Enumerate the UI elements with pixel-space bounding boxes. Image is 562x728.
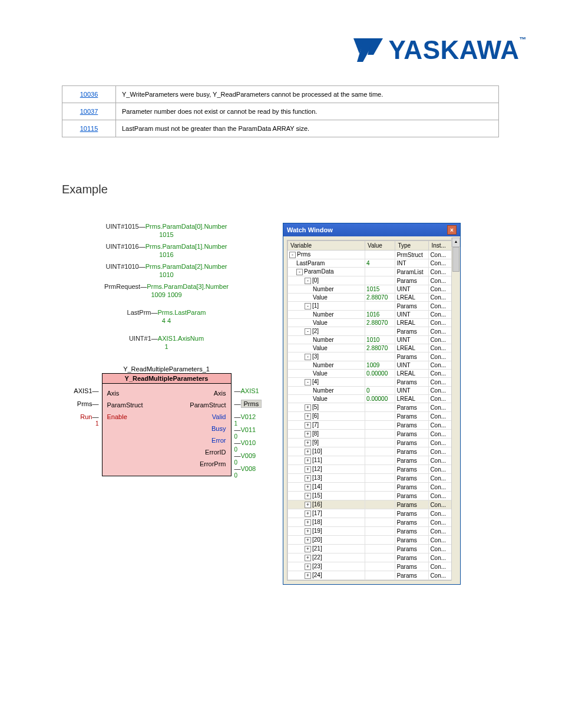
watch-row[interactable]: -[2]ParamsCon...: [288, 327, 456, 336]
fb-row: EnableValid: [103, 411, 231, 423]
expand-icon[interactable]: +: [305, 510, 311, 517]
watch-title-text: Watch Window: [287, 226, 333, 233]
watch-row[interactable]: -PrmsPrmStructCon...: [288, 251, 456, 259]
watch-type: Params: [395, 430, 429, 439]
watch-row[interactable]: -[1]ParamsCon...: [288, 302, 456, 311]
watch-row[interactable]: +[6]ParamsCon...: [288, 412, 456, 421]
watch-row[interactable]: +[10]ParamsCon...: [288, 447, 456, 456]
watch-row[interactable]: Number0UINTCon...: [288, 387, 456, 395]
fb-instance-name: Y_ReadMultipleParameters_1: [62, 365, 271, 373]
watch-row[interactable]: Value0.00000LREALCon...: [288, 370, 456, 378]
collapse-icon[interactable]: -: [305, 354, 311, 360]
expand-icon[interactable]: +: [305, 572, 311, 579]
error-code-link[interactable]: 10037: [80, 108, 98, 115]
watch-row[interactable]: +[18]ParamsCon...: [288, 518, 456, 527]
expand-icon[interactable]: +: [305, 519, 311, 526]
error-desc: Parameter number does not exist or canno…: [116, 103, 499, 120]
watch-row[interactable]: -[3]ParamsCon...: [288, 353, 456, 361]
watch-type: LREAL: [395, 395, 429, 403]
watch-row[interactable]: +[9]ParamsCon...: [288, 439, 456, 447]
watch-row[interactable]: Number1009UINTCon...: [288, 361, 456, 370]
watch-row[interactable]: Value0.00000LREALCon...: [288, 395, 456, 403]
expand-icon[interactable]: +: [305, 493, 311, 499]
watch-row[interactable]: Number1015UINTCon...: [288, 285, 456, 294]
watch-value: 0.00000: [365, 370, 395, 378]
watch-row[interactable]: +[19]ParamsCon...: [288, 527, 456, 536]
watch-type: Params: [395, 536, 429, 545]
watch-value: 1015: [365, 285, 395, 294]
watch-var: LastParam: [296, 260, 325, 266]
watch-row[interactable]: +[12]ParamsCon...: [288, 465, 456, 474]
watch-value: [365, 447, 395, 456]
watch-row[interactable]: +[17]ParamsCon...: [288, 509, 456, 518]
collapse-icon[interactable]: -: [305, 379, 311, 386]
watch-row[interactable]: +[14]ParamsCon...: [288, 483, 456, 492]
watch-row[interactable]: Value2.88070LREALCon...: [288, 344, 456, 353]
watch-row[interactable]: +[16]ParamsCon...: [288, 500, 456, 509]
fb-port-right: Valid: [212, 413, 226, 420]
expand-icon[interactable]: +: [305, 475, 311, 482]
assign-line: UINT#1016—Prms.ParamData[1].Number: [62, 243, 271, 250]
watch-type: Params: [395, 421, 429, 430]
watch-col-header[interactable]: Variable: [288, 241, 365, 251]
watch-grid[interactable]: VariableValueTypeInst... -PrmsPrmStructC…: [287, 240, 457, 581]
close-icon[interactable]: ×: [447, 225, 457, 235]
watch-row[interactable]: LastParam4INTCon...: [288, 259, 456, 268]
watch-row[interactable]: Number1016UINTCon...: [288, 311, 456, 319]
watch-type: UINT: [395, 361, 429, 370]
watch-col-header[interactable]: Type: [395, 241, 429, 251]
expand-icon[interactable]: +: [305, 440, 311, 446]
watch-row[interactable]: +[24]ParamsCon...: [288, 571, 456, 580]
expand-icon[interactable]: +: [305, 404, 311, 411]
expand-icon[interactable]: +: [305, 449, 311, 455]
expand-icon[interactable]: +: [305, 555, 311, 561]
watch-row[interactable]: +[23]ParamsCon...: [288, 562, 456, 571]
expand-icon[interactable]: +: [305, 502, 311, 508]
error-code-link[interactable]: 10115: [80, 125, 98, 132]
watch-row[interactable]: -[4]ParamsCon...: [288, 378, 456, 387]
error-code-link[interactable]: 10036: [80, 91, 98, 98]
watch-var: [6]: [312, 413, 319, 419]
watch-type: INT: [395, 259, 429, 268]
watch-var: Value: [313, 319, 328, 326]
watch-row[interactable]: +[7]ParamsCon...: [288, 421, 456, 430]
watch-value: [365, 378, 395, 387]
collapse-icon[interactable]: -: [305, 328, 311, 335]
watch-row[interactable]: +[5]ParamsCon...: [288, 403, 456, 412]
expand-icon[interactable]: +: [305, 422, 311, 429]
watch-row[interactable]: -ParamDataParamListCon...: [288, 268, 456, 276]
watch-row[interactable]: +[22]ParamsCon...: [288, 554, 456, 562]
watch-row[interactable]: -[0]ParamsCon...: [288, 276, 456, 285]
expand-icon[interactable]: +: [305, 484, 311, 490]
watch-row[interactable]: +[21]ParamsCon...: [288, 545, 456, 554]
fb-connector-left: Run—1: [80, 413, 98, 427]
watch-row[interactable]: +[11]ParamsCon...: [288, 456, 456, 465]
function-block: Y_ReadMultipleParameters_1 Y_ReadMultipl…: [62, 365, 271, 476]
collapse-icon[interactable]: -: [289, 252, 296, 258]
fb-connector-left: Prms—: [77, 400, 99, 407]
watch-row[interactable]: +[13]ParamsCon...: [288, 474, 456, 483]
expand-icon[interactable]: +: [305, 466, 311, 473]
watch-col-header[interactable]: Value: [365, 241, 395, 251]
watch-row[interactable]: Number1010UINTCon...: [288, 336, 456, 344]
expand-icon[interactable]: +: [305, 457, 311, 464]
watch-row[interactable]: +[8]ParamsCon...: [288, 430, 456, 439]
scroll-up-icon[interactable]: ▴: [452, 238, 460, 247]
watch-row[interactable]: +[15]ParamsCon...: [288, 492, 456, 500]
expand-icon[interactable]: +: [305, 546, 311, 552]
watch-titlebar[interactable]: Watch Window ×: [283, 223, 460, 236]
expand-icon[interactable]: +: [305, 537, 311, 543]
watch-value: 0: [365, 387, 395, 395]
expand-icon[interactable]: +: [305, 564, 311, 570]
watch-row[interactable]: Value2.88070LREALCon...: [288, 319, 456, 327]
expand-icon[interactable]: +: [305, 431, 311, 437]
collapse-icon[interactable]: -: [305, 278, 311, 284]
expand-icon[interactable]: +: [305, 528, 311, 535]
collapse-icon[interactable]: -: [296, 269, 303, 275]
collapse-icon[interactable]: -: [305, 303, 311, 309]
watch-row[interactable]: Value2.88070LREALCon...: [288, 294, 456, 302]
expand-icon[interactable]: +: [305, 413, 311, 420]
scrollbar[interactable]: ▴: [451, 238, 460, 581]
watch-row[interactable]: +[20]ParamsCon...: [288, 536, 456, 545]
scroll-thumb[interactable]: [452, 247, 459, 272]
